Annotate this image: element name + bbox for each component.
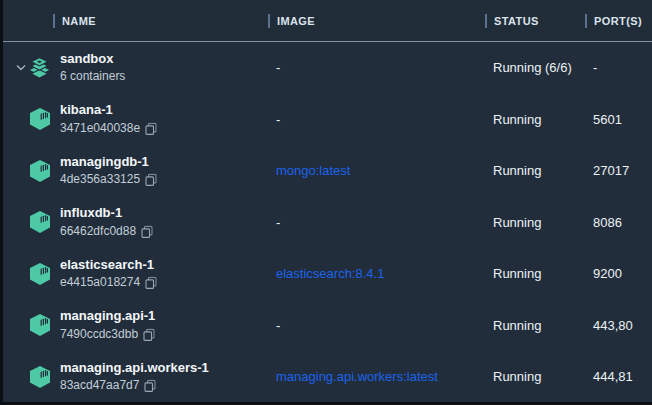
name-cell: managing.api.workers-1 83acd47aa7d7: [60, 360, 209, 393]
ports-cell: -: [593, 42, 597, 94]
containers-table: NAME IMAGE STATUS PORT(S): [0, 0, 652, 405]
container-name[interactable]: managingdb-1: [60, 154, 157, 170]
column-header-ports[interactable]: PORT(S): [585, 0, 642, 41]
status-cell: Running (6/6): [493, 42, 572, 94]
container-name[interactable]: influxdb-1: [60, 206, 153, 222]
column-header-label: PORT(S): [594, 15, 642, 27]
container-id: 3471e040038e: [60, 121, 140, 136]
container-icon: [28, 159, 51, 182]
container-icon: [28, 262, 51, 285]
copy-icon[interactable]: [144, 379, 156, 392]
layers-icon: [28, 56, 51, 79]
table-header: NAME IMAGE STATUS PORT(S): [3, 0, 652, 42]
container-id: 66462dfc0d88: [60, 224, 136, 239]
image-cell[interactable]: -: [276, 197, 280, 249]
image-cell[interactable]: -: [276, 94, 280, 146]
status-cell: Running: [493, 197, 541, 249]
ports-cell: 5601: [593, 94, 622, 146]
container-row[interactable]: managing.api-1 7490ccdc3dbb - Running 44…: [3, 300, 652, 352]
ports-cell: 9200: [593, 248, 622, 300]
image-cell[interactable]: managing.api.workers:latest: [276, 351, 438, 403]
container-id: 7490ccdc3dbb: [60, 327, 138, 342]
container-row[interactable]: kibana-1 3471e040038e - Running 5601: [3, 94, 652, 146]
ports-cell: 443,80: [593, 300, 633, 352]
copy-icon[interactable]: [145, 276, 157, 289]
status-cell: Running: [493, 145, 541, 197]
column-separator: [268, 14, 270, 28]
status-cell: Running: [493, 248, 541, 300]
column-header-image[interactable]: IMAGE: [268, 0, 315, 41]
column-separator: [53, 14, 55, 28]
column-header-label: IMAGE: [277, 15, 315, 27]
chevron-down-icon[interactable]: [15, 62, 27, 74]
image-cell[interactable]: -: [276, 42, 280, 94]
name-cell: kibana-1 3471e040038e: [60, 103, 157, 136]
container-icon: [28, 314, 51, 337]
container-icon: [28, 108, 51, 131]
status-cell: Running: [493, 94, 541, 146]
image-cell[interactable]: elasticsearch:8.4.1: [276, 248, 384, 300]
container-id: 4de356a33125: [60, 172, 140, 187]
column-header-label: NAME: [62, 15, 96, 27]
copy-icon[interactable]: [145, 173, 157, 186]
column-header-label: STATUS: [494, 15, 539, 27]
status-cell: Running: [493, 351, 541, 403]
container-icon: [28, 365, 51, 388]
status-cell: Running: [493, 300, 541, 352]
container-name[interactable]: managing.api.workers-1: [60, 360, 209, 376]
column-separator: [485, 14, 487, 28]
image-cell[interactable]: -: [276, 300, 280, 352]
ports-cell: 444,81: [593, 351, 633, 403]
name-cell: managing.api-1 7490ccdc3dbb: [60, 309, 155, 342]
ports-cell: 8086: [593, 197, 622, 249]
container-name[interactable]: elasticsearch-1: [60, 257, 157, 273]
container-name[interactable]: kibana-1: [60, 103, 157, 119]
copy-icon[interactable]: [143, 328, 155, 341]
container-row[interactable]: elasticsearch-1 e4415a018274 elasticsear…: [3, 248, 652, 300]
container-name[interactable]: sandbox: [60, 51, 125, 67]
name-cell: managingdb-1 4de356a33125: [60, 154, 157, 187]
image-cell[interactable]: mongo:latest: [276, 145, 350, 197]
container-row[interactable]: managingdb-1 4de356a33125 mongo:latest R…: [3, 145, 652, 197]
column-header-name[interactable]: NAME: [53, 0, 96, 41]
container-row[interactable]: managing.api.workers-1 83acd47aa7d7 mana…: [3, 351, 652, 403]
copy-icon[interactable]: [141, 225, 153, 238]
copy-icon[interactable]: [145, 122, 157, 135]
name-cell: influxdb-1 66462dfc0d88: [60, 206, 153, 239]
container-icon: [28, 211, 51, 234]
table-body: sandbox 6 containers - Running (6/6) -: [3, 42, 652, 403]
column-separator: [585, 14, 587, 28]
container-name[interactable]: managing.api-1: [60, 309, 155, 325]
group-row[interactable]: sandbox 6 containers - Running (6/6) -: [3, 42, 652, 94]
name-cell: sandbox 6 containers: [60, 51, 125, 84]
name-cell: elasticsearch-1 e4415a018274: [60, 257, 157, 290]
container-id: e4415a018274: [60, 275, 140, 290]
ports-cell: 27017: [593, 145, 629, 197]
container-id: 83acd47aa7d7: [60, 378, 139, 393]
container-row[interactable]: influxdb-1 66462dfc0d88 - Running 8086: [3, 197, 652, 249]
container-id: 6 containers: [60, 69, 125, 84]
column-header-status[interactable]: STATUS: [485, 0, 539, 41]
